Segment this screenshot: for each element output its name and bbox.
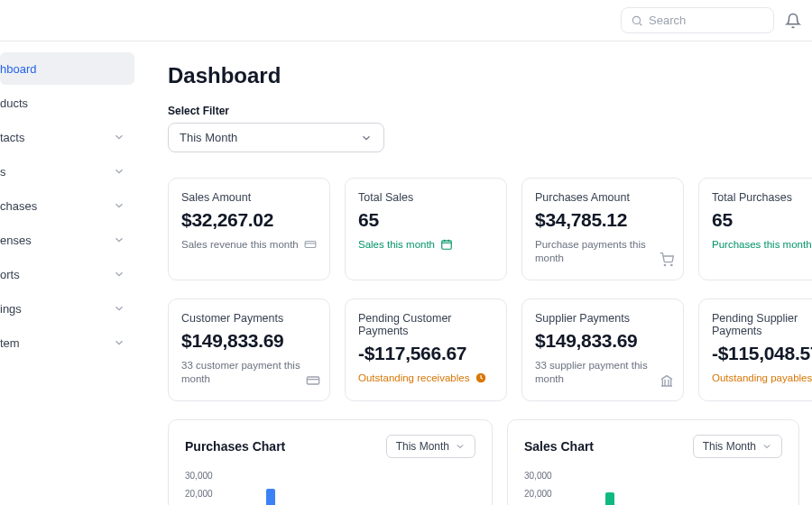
sidebar-item-label: enses — [0, 234, 32, 247]
chevron-down-icon — [113, 165, 125, 178]
cart-icon — [660, 252, 674, 267]
card-total-purchases: Total Purchases 65 Purchases this month — [698, 178, 812, 280]
filter-label: Select Filter — [168, 105, 799, 117]
sidebar-item-label: hboard — [0, 62, 36, 76]
svg-rect-4 — [442, 241, 452, 249]
card-title: Customer Payments — [181, 312, 317, 325]
card-pending-customer: Pending Customer Payments -$117,566.67 O… — [345, 298, 507, 401]
card-title: Total Purchases — [712, 191, 812, 204]
sidebar-item-system[interactable]: tem — [0, 326, 134, 359]
svg-point-8 — [664, 264, 665, 265]
sidebar-item-settings[interactable]: ings — [0, 292, 134, 325]
card-value: $149,833.69 — [181, 330, 317, 352]
card-title: Supplier Payments — [535, 312, 670, 325]
chevron-down-icon — [113, 302, 125, 315]
card-value: $32,267.02 — [181, 209, 317, 231]
layout: hboard ducts tacts s chases enses orts i… — [0, 41, 812, 505]
card-customer-payments: Customer Payments $149,833.69 33 custome… — [168, 298, 330, 401]
sidebar-item-label: tacts — [0, 131, 24, 144]
bank-icon — [660, 373, 674, 388]
purchases-bar — [266, 489, 275, 505]
chevron-down-icon — [113, 131, 125, 143]
card-icon — [304, 238, 317, 251]
bell-icon[interactable] — [785, 13, 801, 29]
card-value: -$115,048.57 — [712, 343, 812, 364]
chevron-down-icon — [113, 199, 125, 212]
sales-chart-filter[interactable]: This Month — [693, 435, 782, 458]
card-value: 65 — [712, 209, 812, 231]
svg-line-1 — [640, 23, 642, 25]
sidebar-item-label: s — [0, 165, 6, 179]
card-total-sales: Total Sales 65 Sales this month — [345, 178, 507, 280]
sidebar-item-label: ducts — [0, 96, 28, 110]
search-icon — [631, 14, 643, 27]
sidebar-item-label: ings — [0, 302, 22, 316]
sales-bar — [605, 492, 614, 505]
page-title: Dashboard — [168, 63, 799, 88]
card-value: $149,833.69 — [535, 330, 670, 352]
svg-point-0 — [632, 16, 640, 23]
card-purchases-amount: Purchases Amount $34,785.12 Purchase pay… — [521, 178, 684, 280]
sidebar-item-label: orts — [0, 268, 20, 281]
y-tick: 20,000 — [185, 489, 213, 499]
topbar — [0, 0, 812, 41]
sidebar-item-dashboard[interactable]: hboard — [0, 52, 134, 85]
charts-row: Purchases Chart This Month 30,000 20,000… — [168, 419, 799, 505]
sales-chart-body: 30,000 20,000 — [524, 471, 782, 505]
sidebar-item-reports[interactable]: orts — [0, 258, 134, 290]
purchases-chart-body: 30,000 20,000 — [185, 471, 475, 505]
chart-title: Sales Chart — [524, 439, 594, 454]
svg-rect-14 — [307, 377, 318, 384]
card-sub: Sales revenue this month — [181, 238, 317, 252]
card-sub: Sales this month — [358, 238, 494, 252]
chart-header: Purchases Chart This Month — [185, 435, 475, 458]
chart-header: Sales Chart This Month — [524, 435, 782, 458]
card-sub: Outstanding payables — [712, 372, 812, 385]
svg-rect-2 — [305, 242, 316, 248]
sidebar-item-contacts[interactable]: tacts — [0, 121, 134, 153]
card-title: Total Sales — [358, 191, 494, 204]
cards-row-1: Sales Amount $32,267.02 Sales revenue th… — [168, 178, 799, 280]
chart-title: Purchases Chart — [185, 439, 285, 454]
sales-chart-card: Sales Chart This Month 30,000 20,000 — [507, 419, 799, 505]
chevron-down-icon — [113, 336, 125, 349]
clock-icon — [475, 372, 487, 384]
card-sub: Outstanding receivables — [358, 372, 494, 385]
main-panel: Dashboard Select Filter This Month Sales… — [135, 41, 812, 505]
card-sub: 33 customer payment this month — [181, 359, 317, 386]
card-title: Pending Supplier Payments — [712, 312, 812, 337]
filter-select[interactable]: This Month — [168, 123, 384, 152]
card-sub: Purchases this month — [712, 238, 812, 252]
y-tick: 20,000 — [524, 489, 552, 499]
card-title: Purchases Amount — [535, 191, 670, 204]
search-input[interactable] — [649, 14, 764, 27]
card-icon — [306, 373, 320, 388]
card-title: Sales Amount — [181, 191, 317, 204]
sidebar-item-label: chases — [0, 199, 37, 213]
card-sales-amount: Sales Amount $32,267.02 Sales revenue th… — [168, 178, 330, 280]
sidebar-item-label: tem — [0, 336, 20, 350]
cards-row-2: Customer Payments $149,833.69 33 custome… — [168, 298, 799, 401]
y-tick: 30,000 — [185, 471, 213, 481]
chevron-down-icon — [113, 234, 125, 246]
sidebar: hboard ducts tacts s chases enses orts i… — [0, 41, 135, 505]
purchases-chart-card: Purchases Chart This Month 30,000 20,000 — [168, 419, 493, 505]
card-sub: 33 supplier payment this month — [535, 359, 670, 386]
chevron-down-icon — [455, 441, 466, 452]
card-title: Pending Customer Payments — [358, 312, 494, 337]
chevron-down-icon — [761, 441, 772, 452]
card-value: $34,785.12 — [535, 209, 670, 231]
sidebar-item-products[interactable]: ducts — [0, 87, 134, 119]
card-value: -$117,566.67 — [358, 343, 494, 364]
sidebar-item-sales[interactable]: s — [0, 155, 134, 188]
card-pending-supplier: Pending Supplier Payments -$115,048.57 O… — [698, 298, 812, 401]
purchases-chart-filter[interactable]: This Month — [386, 435, 475, 458]
sidebar-item-expenses[interactable]: enses — [0, 224, 134, 256]
search-input-wrap[interactable] — [621, 7, 774, 33]
filter-value: This Month — [180, 131, 237, 144]
svg-point-9 — [671, 264, 672, 265]
card-supplier-payments: Supplier Payments $149,833.69 33 supplie… — [521, 298, 684, 401]
calendar-icon — [440, 238, 453, 251]
sidebar-item-purchases[interactable]: chases — [0, 189, 134, 222]
chevron-down-icon — [360, 132, 373, 144]
